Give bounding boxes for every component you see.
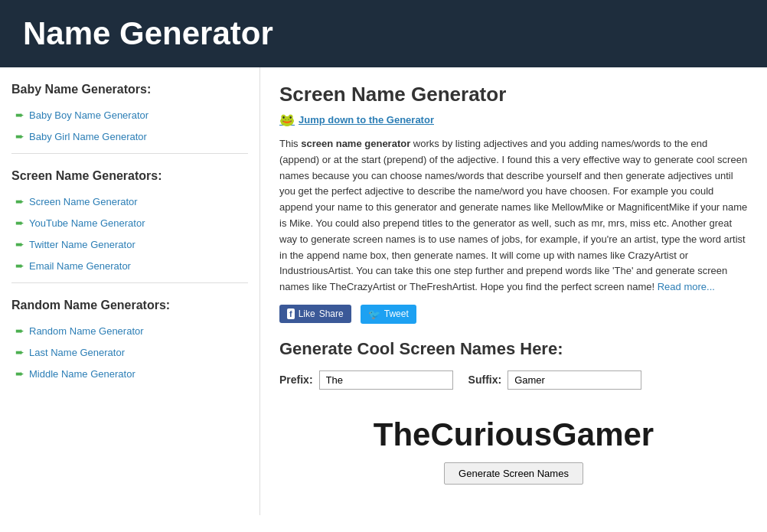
frog-icon: 🐸 <box>279 113 295 127</box>
sidebar-divider <box>11 153 248 154</box>
arrow-icon: ➨ <box>15 259 24 272</box>
read-more-link[interactable]: Read more... <box>658 281 715 292</box>
input-row: Prefix: Suffix: <box>279 370 748 390</box>
arrow-icon: ➨ <box>15 367 24 380</box>
arrow-icon: ➨ <box>15 346 24 358</box>
last-name-generator-link[interactable]: ➨ Last Name Generator <box>11 341 248 363</box>
prefix-label: Prefix: <box>279 374 313 386</box>
arrow-icon: ➨ <box>15 217 24 229</box>
arrow-icon: ➨ <box>15 238 24 250</box>
layout: Baby Name Generators: ➨ Baby Boy Name Ge… <box>0 67 767 515</box>
baby-girl-name-generator-link[interactable]: ➨ Baby Girl Name Generator <box>11 126 248 147</box>
generator-section-title: Generate Cool Screen Names Here: <box>279 339 748 359</box>
random-name-generator-link[interactable]: ➨ Random Name Generator <box>11 320 248 341</box>
arrow-icon: ➨ <box>15 325 24 337</box>
content-title: Screen Name Generator <box>279 83 748 106</box>
baby-section-title: Baby Name Generators: <box>11 83 248 96</box>
screen-section-title: Screen Name Generators: <box>11 169 248 183</box>
main-content: Screen Name Generator 🐸 Jump down to the… <box>260 67 767 515</box>
share-label: Share <box>319 308 344 319</box>
arrow-icon: ➨ <box>15 195 24 207</box>
random-section-title: Random Name Generators: <box>11 299 248 312</box>
baby-boy-name-generator-link[interactable]: ➨ Baby Boy Name Generator <box>11 104 248 126</box>
facebook-like-button[interactable]: f Like Share <box>279 305 351 323</box>
arrow-icon: ➨ <box>15 130 24 142</box>
email-name-generator-link[interactable]: ➨ Email Name Generator <box>11 255 248 276</box>
twitter-name-generator-link[interactable]: ➨ Twitter Name Generator <box>11 233 248 255</box>
page-title: Name Generator <box>23 15 744 52</box>
middle-name-generator-link[interactable]: ➨ Middle Name Generator <box>11 363 248 384</box>
suffix-label: Suffix: <box>468 374 502 386</box>
generate-button[interactable]: Generate Screen Names <box>444 462 583 485</box>
sidebar: Baby Name Generators: ➨ Baby Boy Name Ge… <box>0 67 260 515</box>
facebook-icon: f <box>287 308 295 319</box>
prefix-group: Prefix: <box>279 370 453 390</box>
twitter-icon: 🐦 <box>368 308 380 320</box>
bold-term: screen name generator <box>301 138 410 149</box>
jump-to-generator-link[interactable]: 🐸 Jump down to the Generator <box>279 113 748 127</box>
sidebar-divider-2 <box>11 282 248 283</box>
youtube-name-generator-link[interactable]: ➨ YouTube Name Generator <box>11 212 248 233</box>
tweet-button[interactable]: 🐦 Tweet <box>361 305 416 324</box>
like-label: Like <box>299 308 315 319</box>
generated-name-box: TheCuriousGamer Generate Screen Names <box>279 401 748 500</box>
social-buttons: f Like Share 🐦 Tweet <box>279 305 748 324</box>
arrow-icon: ➨ <box>15 109 24 121</box>
description-text: This screen name generator works by list… <box>279 136 748 295</box>
generated-name-display: TheCuriousGamer <box>295 416 733 453</box>
suffix-group: Suffix: <box>468 370 642 390</box>
screen-name-generator-link[interactable]: ➨ Screen Name Generator <box>11 191 248 212</box>
suffix-input[interactable] <box>508 370 641 390</box>
prefix-input[interactable] <box>319 370 453 390</box>
header: Name Generator <box>0 0 767 67</box>
tweet-label: Tweet <box>384 308 409 319</box>
